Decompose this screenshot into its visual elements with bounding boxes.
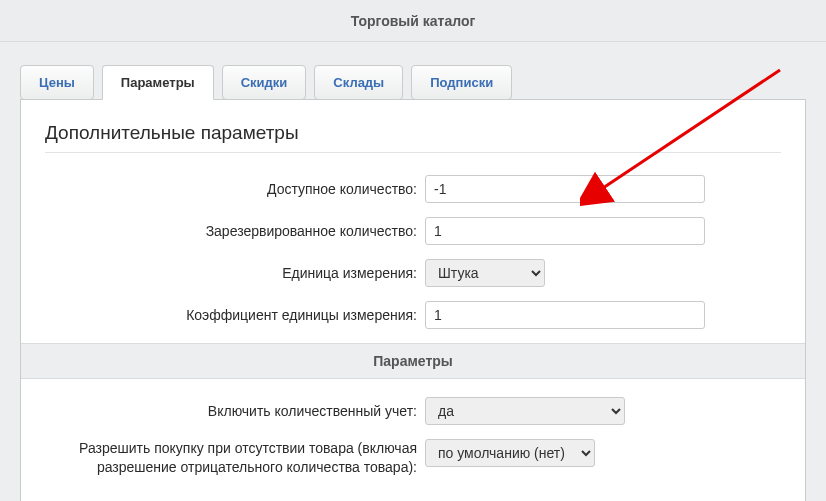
tab-discounts[interactable]: Скидки [222,65,307,100]
row-allow-neg: Разрешить покупку при отсутствии товара … [45,439,781,477]
tab-stores[interactable]: Склады [314,65,403,100]
input-reserved-qty[interactable] [425,217,705,245]
tab-params[interactable]: Параметры [102,65,214,100]
label-available-qty: Доступное количество: [45,180,425,199]
label-allow-neg-line2: разрешение отрицательного количества тов… [45,458,417,477]
select-unit[interactable]: Штука [425,259,545,287]
row-available-qty: Доступное количество: [45,175,781,203]
tab-label: Скидки [241,75,288,90]
tab-label: Склады [333,75,384,90]
label-reserved-qty: Зарезервированное количество: [45,222,425,241]
row-enable-qty-acc: Включить количественный учет: да [45,397,781,425]
label-unit: Единица измерения: [45,264,425,283]
topbar-title: Торговый каталог [351,13,476,29]
page-root: Торговый каталог Цены Параметры Скидки С… [0,0,826,501]
label-allow-neg: Разрешить покупку при отсутствии товара … [45,439,425,477]
tab-label: Параметры [121,75,195,90]
panel: Дополнительные параметры Доступное колич… [20,99,806,501]
tab-label: Цены [39,75,75,90]
input-unit-coef[interactable] [425,301,705,329]
subheader: Параметры [21,343,805,379]
select-enable-qty-acc[interactable]: да [425,397,625,425]
label-allow-neg-line1: Разрешить покупку при отсутствии товара … [45,439,417,458]
tab-prices[interactable]: Цены [20,65,94,100]
row-unit-coef: Коэффициент единицы измерения: [45,301,781,329]
input-available-qty[interactable] [425,175,705,203]
divider [45,152,781,153]
tab-label: Подписки [430,75,493,90]
row-reserved-qty: Зарезервированное количество: [45,217,781,245]
select-allow-neg[interactable]: по умолчанию (нет) [425,439,595,467]
tab-subs[interactable]: Подписки [411,65,512,100]
label-enable-qty-acc: Включить количественный учет: [45,402,425,421]
section-title: Дополнительные параметры [45,122,781,144]
label-unit-coef: Коэффициент единицы измерения: [45,306,425,325]
topbar: Торговый каталог [0,0,826,42]
row-unit: Единица измерения: Штука [45,259,781,287]
tabs: Цены Параметры Скидки Склады Подписки [0,42,826,99]
